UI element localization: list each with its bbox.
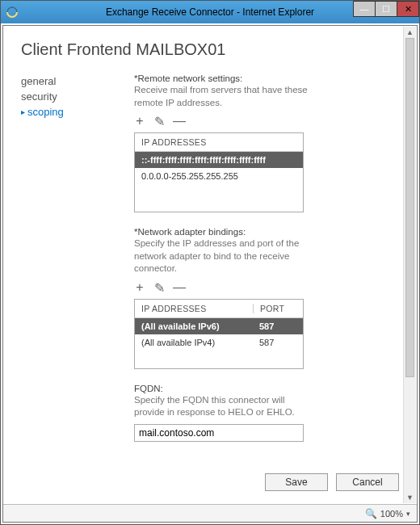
bindings-list[interactable]: IP ADDRESSES PORT (All available IPv6) 5…: [134, 299, 304, 369]
bindings-col-ip: IP ADDRESSES: [141, 304, 254, 313]
remote-toolbar: + ✎ —: [134, 114, 397, 129]
maximize-button[interactable]: ☐: [375, 1, 397, 17]
remote-ip-col: IP ADDRESSES: [141, 137, 296, 147]
nav-item-general[interactable]: general: [21, 74, 134, 89]
nav-item-scoping[interactable]: scoping: [21, 104, 134, 120]
edit-icon[interactable]: ✎: [153, 280, 165, 296]
list-item[interactable]: (All available IPv4) 587: [135, 334, 303, 351]
zoom-level: 100%: [380, 509, 403, 519]
save-button[interactable]: Save: [265, 473, 328, 491]
list-item[interactable]: ::-ffff:ffff:ffff:ffff:ffff:ffff:ffff:ff…: [135, 152, 303, 168]
page: Client Frontend MAILBOX01 general securi…: [3, 26, 417, 478]
window-titlebar: Exchange Receive Connector - Internet Ex…: [1, 1, 419, 23]
minimize-button[interactable]: —: [353, 1, 376, 17]
zoom-dropdown-icon[interactable]: ▾: [406, 510, 410, 518]
status-bar: 🔍 100% ▾: [3, 504, 417, 522]
list-item[interactable]: (All available IPv6) 587: [135, 318, 303, 334]
bindings-help: Specify the IP addresses and port of the…: [134, 237, 312, 275]
fqdn-help: Specify the FQDN this connector will pro…: [134, 394, 312, 419]
window-controls: — ☐ ✕: [354, 1, 419, 19]
cancel-button[interactable]: Cancel: [336, 473, 399, 491]
remove-icon[interactable]: —: [173, 114, 184, 129]
scroll-thumb[interactable]: [405, 38, 414, 377]
remote-ip-header: IP ADDRESSES: [135, 133, 303, 152]
remote-heading: *Remote network settings:: [134, 74, 397, 83]
page-title: Client Frontend MAILBOX01: [21, 40, 405, 59]
bindings-toolbar: + ✎ —: [134, 280, 397, 296]
scroll-down-icon[interactable]: ▼: [404, 492, 416, 503]
sidebar-nav: general security scoping: [21, 74, 134, 442]
fqdn-heading: FQDN:: [134, 384, 397, 393]
content-frame: Client Frontend MAILBOX01 general securi…: [2, 25, 418, 523]
add-icon[interactable]: +: [134, 114, 145, 129]
bindings-col-port: PORT: [253, 304, 296, 313]
zoom-icon[interactable]: 🔍: [365, 508, 377, 519]
edit-icon[interactable]: ✎: [153, 114, 165, 129]
fqdn-input[interactable]: [134, 424, 304, 442]
list-item[interactable]: 0.0.0.0-255.255.255.255: [135, 168, 303, 184]
scrollbar[interactable]: ▲ ▼: [403, 27, 416, 503]
dialog-buttons: Save Cancel: [265, 473, 399, 491]
remote-ip-list[interactable]: IP ADDRESSES ::-ffff:ffff:ffff:ffff:ffff…: [134, 132, 304, 212]
bindings-heading: *Network adapter bindings:: [134, 227, 397, 237]
close-button[interactable]: ✕: [397, 1, 419, 17]
main-panel: *Remote network settings: Receive mail f…: [134, 74, 405, 442]
add-icon[interactable]: +: [134, 280, 145, 296]
bindings-header: IP ADDRESSES PORT: [135, 300, 303, 318]
remote-help: Receive mail from servers that have thes…: [134, 84, 312, 109]
scroll-up-icon[interactable]: ▲: [404, 27, 416, 38]
nav-item-security[interactable]: security: [21, 89, 134, 104]
remove-icon[interactable]: —: [173, 280, 184, 296]
